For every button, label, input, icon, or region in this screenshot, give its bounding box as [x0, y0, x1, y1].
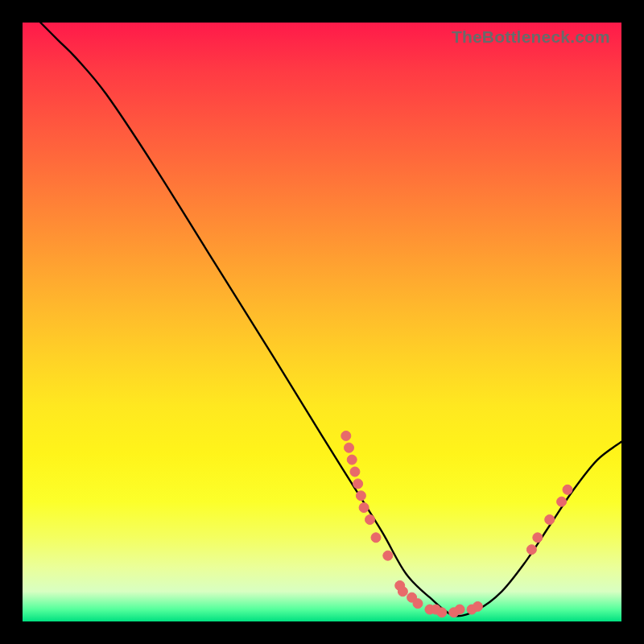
- scatter-dot: [545, 515, 555, 525]
- scatter-dot: [526, 545, 536, 555]
- scatter-dot: [398, 587, 407, 597]
- scatter-dot: [557, 497, 567, 506]
- scatter-dot: [345, 443, 354, 452]
- scatter-dot: [473, 601, 482, 611]
- scatter-dot: [455, 605, 464, 614]
- scatter-dot: [347, 455, 357, 464]
- scatter-dot: [383, 551, 393, 560]
- scatter-dot: [359, 503, 369, 513]
- scatter-dot: [413, 599, 423, 609]
- scatter-dot: [533, 533, 543, 543]
- scatter-dot: [365, 515, 375, 525]
- bottleneck-chart: [23, 23, 621, 621]
- chart-plot-area: TheBottleneck.com: [23, 23, 621, 621]
- scatter-dot: [341, 431, 351, 440]
- bottleneck-scatter-points: [341, 431, 572, 617]
- scatter-dot: [563, 485, 572, 494]
- bottleneck-curve-line: [40, 23, 621, 616]
- scatter-dot: [371, 533, 381, 543]
- scatter-dot: [350, 467, 360, 477]
- scatter-dot: [356, 491, 365, 501]
- scatter-dot: [353, 479, 363, 489]
- scatter-dot: [437, 608, 447, 617]
